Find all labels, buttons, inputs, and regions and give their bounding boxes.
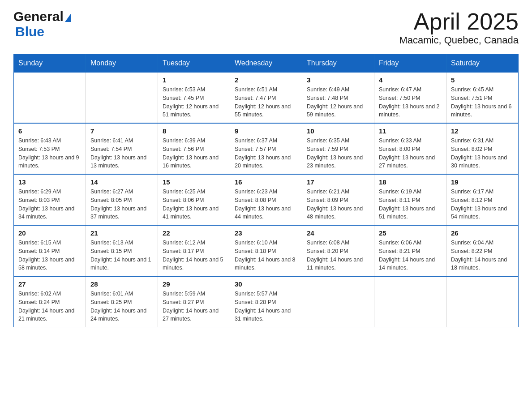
day-info: Sunrise: 6:45 AMSunset: 7:51 PMDaylight:… (451, 86, 514, 119)
title-area: April 2025 Macamic, Quebec, Canada (399, 9, 519, 46)
day-number: 24 (307, 229, 369, 237)
day-info: Sunrise: 6:31 AMSunset: 8:02 PMDaylight:… (451, 137, 514, 170)
day-info: Sunrise: 6:02 AMSunset: 8:24 PMDaylight:… (18, 290, 81, 323)
day-info: Sunrise: 6:19 AMSunset: 8:11 PMDaylight:… (379, 188, 442, 221)
calendar-header-row: SundayMondayTuesdayWednesdayThursdayFrid… (14, 55, 519, 73)
header-monday: Monday (86, 55, 158, 73)
day-info: Sunrise: 6:35 AMSunset: 7:59 PMDaylight:… (307, 137, 369, 170)
day-info: Sunrise: 6:27 AMSunset: 8:05 PMDaylight:… (90, 188, 153, 221)
day-number: 10 (307, 127, 369, 135)
logo-triangle-icon (65, 14, 71, 22)
day-info: Sunrise: 6:39 AMSunset: 7:56 PMDaylight:… (163, 137, 225, 170)
calendar-cell-w5-d2: 29Sunrise: 5:59 AMSunset: 8:27 PMDayligh… (158, 276, 230, 327)
calendar-cell-w1-d5: 4Sunrise: 6:47 AMSunset: 7:50 PMDaylight… (374, 72, 446, 123)
day-info: Sunrise: 6:51 AMSunset: 7:47 PMDaylight:… (235, 86, 297, 119)
day-number: 15 (163, 178, 225, 186)
day-number: 5 (451, 76, 514, 84)
calendar-cell-w5-d0: 27Sunrise: 6:02 AMSunset: 8:24 PMDayligh… (14, 276, 86, 327)
day-number: 7 (90, 127, 153, 135)
calendar-cell-w2-d5: 11Sunrise: 6:33 AMSunset: 8:00 PMDayligh… (374, 123, 446, 174)
day-info: Sunrise: 6:23 AMSunset: 8:08 PMDaylight:… (235, 188, 297, 221)
day-info: Sunrise: 6:17 AMSunset: 8:12 PMDaylight:… (451, 188, 514, 221)
day-info: Sunrise: 6:06 AMSunset: 8:21 PMDaylight:… (379, 239, 442, 272)
day-number: 17 (307, 178, 369, 186)
day-number: 28 (90, 280, 153, 288)
header-wednesday: Wednesday (230, 55, 302, 73)
day-number: 14 (90, 178, 153, 186)
calendar-cell-w2-d6: 12Sunrise: 6:31 AMSunset: 8:02 PMDayligh… (446, 123, 519, 174)
calendar-cell-w4-d5: 25Sunrise: 6:06 AMSunset: 8:21 PMDayligh… (374, 225, 446, 276)
day-info: Sunrise: 6:37 AMSunset: 7:57 PMDaylight:… (235, 137, 297, 170)
page-title: April 2025 (399, 9, 519, 34)
day-number: 13 (18, 178, 81, 186)
day-number: 6 (18, 127, 81, 135)
day-info: Sunrise: 5:57 AMSunset: 8:28 PMDaylight:… (235, 290, 297, 323)
day-number: 12 (451, 127, 514, 135)
day-number: 19 (451, 178, 514, 186)
calendar-cell-w1-d0 (14, 72, 86, 123)
calendar-cell-w4-d0: 20Sunrise: 6:15 AMSunset: 8:14 PMDayligh… (14, 225, 86, 276)
calendar-week-5: 27Sunrise: 6:02 AMSunset: 8:24 PMDayligh… (14, 276, 519, 327)
calendar-cell-w4-d6: 26Sunrise: 6:04 AMSunset: 8:22 PMDayligh… (446, 225, 519, 276)
page-header: General Blue April 2025 Macamic, Quebec,… (13, 9, 519, 46)
calendar-cell-w3-d0: 13Sunrise: 6:29 AMSunset: 8:03 PMDayligh… (14, 174, 86, 225)
calendar-cell-w4-d1: 21Sunrise: 6:13 AMSunset: 8:15 PMDayligh… (86, 225, 158, 276)
day-info: Sunrise: 6:29 AMSunset: 8:03 PMDaylight:… (18, 188, 81, 221)
logo-area: General Blue (13, 9, 71, 39)
calendar-cell-w1-d2: 1Sunrise: 6:53 AMSunset: 7:45 PMDaylight… (158, 72, 230, 123)
calendar-cell-w2-d0: 6Sunrise: 6:43 AMSunset: 7:53 PMDaylight… (14, 123, 86, 174)
calendar-cell-w3-d4: 17Sunrise: 6:21 AMSunset: 8:09 PMDayligh… (302, 174, 374, 225)
header-thursday: Thursday (302, 55, 374, 73)
day-number: 22 (163, 229, 225, 237)
calendar-cell-w3-d3: 16Sunrise: 6:23 AMSunset: 8:08 PMDayligh… (230, 174, 302, 225)
day-info: Sunrise: 6:21 AMSunset: 8:09 PMDaylight:… (307, 188, 369, 221)
calendar-cell-w2-d2: 8Sunrise: 6:39 AMSunset: 7:56 PMDaylight… (158, 123, 230, 174)
calendar-cell-w5-d5 (374, 276, 446, 327)
day-number: 16 (235, 178, 297, 186)
day-info: Sunrise: 6:10 AMSunset: 8:18 PMDaylight:… (235, 239, 297, 272)
calendar-cell-w3-d1: 14Sunrise: 6:27 AMSunset: 8:05 PMDayligh… (86, 174, 158, 225)
page-subtitle: Macamic, Quebec, Canada (399, 34, 519, 46)
calendar-cell-w4-d3: 23Sunrise: 6:10 AMSunset: 8:18 PMDayligh… (230, 225, 302, 276)
calendar-cell-w4-d4: 24Sunrise: 6:08 AMSunset: 8:20 PMDayligh… (302, 225, 374, 276)
day-info: Sunrise: 6:41 AMSunset: 7:54 PMDaylight:… (90, 137, 153, 170)
day-info: Sunrise: 6:08 AMSunset: 8:20 PMDaylight:… (307, 239, 369, 272)
day-number: 2 (235, 76, 297, 84)
calendar-table: SundayMondayTuesdayWednesdayThursdayFrid… (13, 54, 519, 327)
calendar-cell-w2-d4: 10Sunrise: 6:35 AMSunset: 7:59 PMDayligh… (302, 123, 374, 174)
calendar-cell-w5-d4 (302, 276, 374, 327)
day-number: 4 (379, 76, 442, 84)
day-info: Sunrise: 6:49 AMSunset: 7:48 PMDaylight:… (307, 86, 369, 119)
calendar-cell-w1-d6: 5Sunrise: 6:45 AMSunset: 7:51 PMDaylight… (446, 72, 519, 123)
calendar-week-1: 1Sunrise: 6:53 AMSunset: 7:45 PMDaylight… (14, 72, 519, 123)
header-tuesday: Tuesday (158, 55, 230, 73)
day-number: 21 (90, 229, 153, 237)
day-number: 1 (163, 76, 225, 84)
day-info: Sunrise: 6:04 AMSunset: 8:22 PMDaylight:… (451, 239, 514, 272)
calendar-cell-w4-d2: 22Sunrise: 6:12 AMSunset: 8:17 PMDayligh… (158, 225, 230, 276)
day-number: 30 (235, 280, 297, 288)
logo-blue-text: Blue (15, 24, 44, 39)
calendar-cell-w5-d6 (446, 276, 519, 327)
day-info: Sunrise: 6:12 AMSunset: 8:17 PMDaylight:… (163, 239, 225, 272)
day-number: 27 (18, 280, 81, 288)
calendar-cell-w5-d3: 30Sunrise: 5:57 AMSunset: 8:28 PMDayligh… (230, 276, 302, 327)
calendar-cell-w2-d1: 7Sunrise: 6:41 AMSunset: 7:54 PMDaylight… (86, 123, 158, 174)
calendar-cell-w3-d2: 15Sunrise: 6:25 AMSunset: 8:06 PMDayligh… (158, 174, 230, 225)
calendar-week-2: 6Sunrise: 6:43 AMSunset: 7:53 PMDaylight… (14, 123, 519, 174)
header-sunday: Sunday (14, 55, 86, 73)
day-number: 25 (379, 229, 442, 237)
calendar-week-4: 20Sunrise: 6:15 AMSunset: 8:14 PMDayligh… (14, 225, 519, 276)
day-info: Sunrise: 6:13 AMSunset: 8:15 PMDaylight:… (90, 239, 153, 272)
day-info: Sunrise: 6:01 AMSunset: 8:25 PMDaylight:… (90, 290, 153, 323)
day-number: 11 (379, 127, 442, 135)
logo-general-text: General (13, 9, 64, 24)
header-friday: Friday (374, 55, 446, 73)
calendar-cell-w1-d3: 2Sunrise: 6:51 AMSunset: 7:47 PMDaylight… (230, 72, 302, 123)
day-info: Sunrise: 6:53 AMSunset: 7:45 PMDaylight:… (163, 86, 225, 119)
calendar-cell-w2-d3: 9Sunrise: 6:37 AMSunset: 7:57 PMDaylight… (230, 123, 302, 174)
day-number: 20 (18, 229, 81, 237)
day-number: 3 (307, 76, 369, 84)
day-info: Sunrise: 6:25 AMSunset: 8:06 PMDaylight:… (163, 188, 225, 221)
calendar-cell-w5-d1: 28Sunrise: 6:01 AMSunset: 8:25 PMDayligh… (86, 276, 158, 327)
